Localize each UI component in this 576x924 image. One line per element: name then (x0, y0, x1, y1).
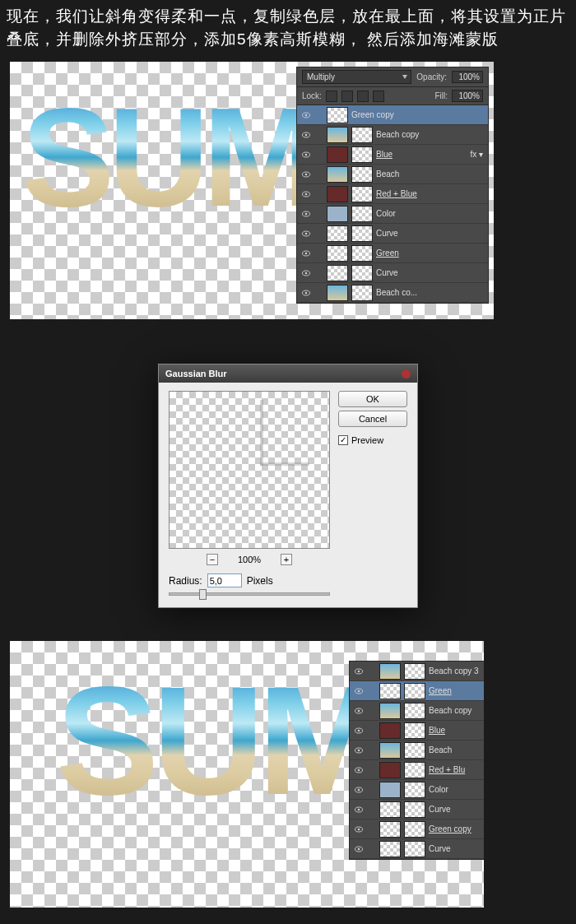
layer-row[interactable]: Red + Blue (297, 184, 488, 204)
layer-row[interactable]: Beach copy (297, 125, 488, 145)
layer-thumb[interactable] (327, 146, 348, 163)
mask-thumb[interactable] (351, 285, 373, 301)
mask-thumb[interactable] (404, 722, 425, 739)
layer-thumb[interactable] (379, 841, 401, 857)
mask-thumb[interactable] (404, 782, 425, 798)
layer-row[interactable]: Beach (350, 741, 484, 760)
blur-preview[interactable] (169, 391, 330, 549)
visibility-icon[interactable] (300, 248, 312, 259)
layer-row[interactable]: Curve (350, 839, 484, 859)
visibility-icon[interactable] (300, 169, 312, 180)
layer-row[interactable]: Beach co... (297, 283, 488, 303)
visibility-icon[interactable] (300, 109, 312, 121)
layer-name: Blue (429, 726, 445, 735)
layer-row[interactable]: Beach copy (350, 701, 484, 721)
visibility-icon[interactable] (353, 666, 365, 677)
mask-thumb[interactable] (351, 206, 373, 222)
layer-thumb[interactable] (379, 703, 401, 719)
visibility-icon[interactable] (353, 824, 365, 835)
slider-handle[interactable] (199, 589, 207, 600)
layer-row[interactable]: Green (297, 244, 488, 263)
visibility-icon[interactable] (353, 745, 365, 756)
layer-thumb[interactable] (327, 107, 348, 123)
visibility-icon[interactable] (353, 705, 365, 717)
layer-row[interactable]: Green copy (297, 105, 488, 125)
mask-thumb[interactable] (351, 127, 373, 143)
fill-input[interactable]: 100% (452, 90, 483, 102)
layer-thumb[interactable] (379, 663, 401, 680)
mask-thumb[interactable] (404, 762, 425, 778)
visibility-icon[interactable] (300, 287, 312, 299)
layer-row[interactable]: Green (350, 681, 484, 701)
mask-thumb[interactable] (404, 821, 425, 838)
fx-badge[interactable]: fx ▾ (470, 150, 485, 159)
mask-thumb[interactable] (404, 703, 425, 719)
mask-thumb[interactable] (351, 225, 373, 242)
mask-thumb[interactable] (351, 166, 373, 183)
layer-row[interactable]: Bluefx ▾ (297, 145, 488, 165)
mask-thumb[interactable] (404, 683, 425, 699)
layer-row[interactable]: Color (297, 204, 488, 224)
layer-thumb[interactable] (327, 127, 348, 143)
mask-thumb[interactable] (404, 841, 425, 857)
layer-row[interactable]: Beach (297, 165, 488, 184)
blend-mode-dropdown[interactable]: Multiply (302, 70, 411, 84)
mask-thumb[interactable] (351, 245, 373, 262)
lock-transparency-icon[interactable] (326, 91, 337, 102)
layer-thumb[interactable] (327, 285, 348, 301)
layer-thumb[interactable] (379, 683, 401, 699)
layer-row[interactable]: Curve (350, 800, 484, 820)
zoom-in-button[interactable]: + (281, 554, 292, 565)
layer-row[interactable]: Red + Blu (350, 760, 484, 780)
radius-slider[interactable] (169, 592, 330, 596)
layer-thumb[interactable] (379, 801, 401, 818)
layer-thumb[interactable] (327, 265, 348, 281)
layer-thumb[interactable] (327, 245, 348, 262)
layer-thumb[interactable] (379, 742, 401, 759)
layer-name: Red + Blu (429, 765, 465, 774)
visibility-icon[interactable] (300, 188, 312, 200)
layer-thumb[interactable] (379, 762, 401, 778)
mask-thumb[interactable] (351, 186, 373, 202)
visibility-icon[interactable] (300, 267, 312, 279)
radius-input[interactable] (207, 573, 242, 587)
lock-paint-icon[interactable] (341, 91, 353, 102)
mask-thumb[interactable] (351, 146, 373, 163)
layer-thumb[interactable] (327, 206, 348, 222)
layer-row[interactable]: Green copy (350, 820, 484, 839)
layer-row[interactable]: Color (350, 780, 484, 800)
layer-row[interactable]: Curve (297, 263, 488, 283)
layer-thumb[interactable] (327, 186, 348, 202)
mask-thumb[interactable] (404, 801, 425, 818)
layer-thumb[interactable] (327, 225, 348, 242)
opacity-input[interactable]: 100% (452, 71, 483, 83)
layer-name: Beach copy (429, 706, 471, 715)
visibility-icon[interactable] (300, 228, 312, 239)
lock-position-icon[interactable] (357, 91, 369, 102)
layer-thumb[interactable] (327, 166, 348, 183)
visibility-icon[interactable] (353, 784, 365, 796)
preview-checkbox[interactable]: ✓ Preview (338, 435, 407, 445)
visibility-icon[interactable] (300, 149, 312, 160)
close-icon[interactable] (402, 369, 411, 378)
layer-thumb[interactable] (379, 722, 401, 739)
visibility-icon[interactable] (300, 208, 312, 220)
layer-thumb[interactable] (379, 821, 401, 838)
lock-all-icon[interactable] (373, 91, 384, 102)
layer-row[interactable]: Blue (350, 721, 484, 741)
layer-row[interactable]: Curve (297, 224, 488, 244)
visibility-icon[interactable] (300, 129, 312, 141)
cancel-button[interactable]: Cancel (338, 411, 407, 427)
visibility-icon[interactable] (353, 725, 365, 736)
visibility-icon[interactable] (353, 685, 365, 697)
mask-thumb[interactable] (404, 663, 425, 680)
mask-thumb[interactable] (351, 265, 373, 281)
layer-thumb[interactable] (379, 782, 401, 798)
ok-button[interactable]: OK (338, 391, 407, 407)
zoom-out-button[interactable]: − (207, 554, 218, 565)
visibility-icon[interactable] (353, 843, 365, 855)
visibility-icon[interactable] (353, 804, 365, 815)
visibility-icon[interactable] (353, 764, 365, 776)
mask-thumb[interactable] (404, 742, 425, 759)
layer-row[interactable]: Beach copy 3 (350, 662, 484, 681)
